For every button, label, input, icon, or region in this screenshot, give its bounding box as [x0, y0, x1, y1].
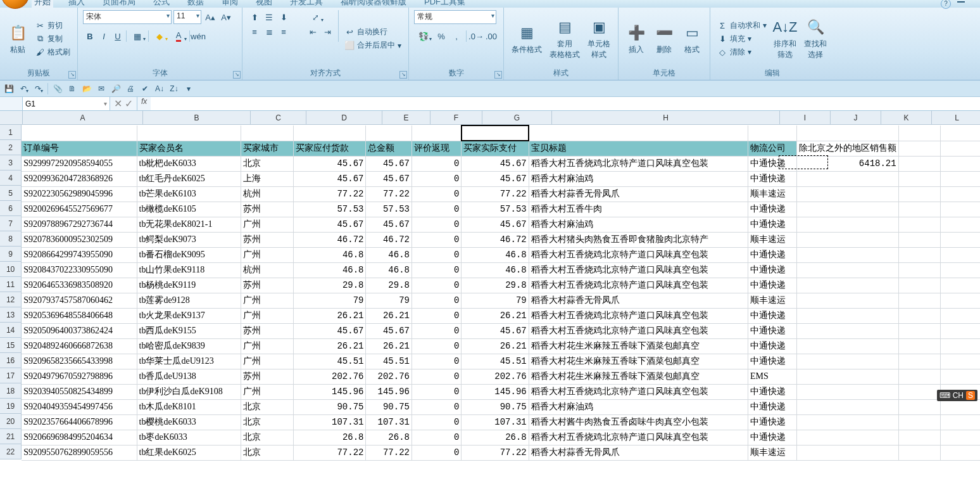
- paste-button[interactable]: 📋 粘贴: [5, 10, 30, 67]
- cell[interactable]: 46.8: [366, 262, 411, 278]
- cell[interactable]: 买家实际支付: [462, 141, 529, 156]
- cell[interactable]: S9207937457587060462: [22, 293, 137, 308]
- cell[interactable]: 46.8: [366, 247, 411, 262]
- cell[interactable]: [898, 384, 940, 399]
- cell[interactable]: 中通快递: [748, 308, 796, 323]
- cell[interactable]: [898, 445, 940, 460]
- accounting-format-icon[interactable]: 💱: [414, 29, 433, 43]
- cell[interactable]: 202.76: [462, 369, 529, 384]
- cell[interactable]: 北京: [241, 414, 293, 430]
- row-header-13[interactable]: 13: [0, 307, 22, 323]
- cell[interactable]: 45.67: [462, 323, 529, 338]
- col-header-B[interactable]: B: [143, 111, 251, 125]
- cell[interactable]: [22, 125, 137, 141]
- row-header-14[interactable]: 14: [0, 323, 22, 338]
- cell[interactable]: [796, 247, 898, 262]
- cell[interactable]: 稻香大村蒜香无骨凤爪: [529, 186, 748, 202]
- autosum-button[interactable]: Σ自动求和 ▾: [715, 20, 769, 32]
- cell[interactable]: 广州: [241, 293, 293, 308]
- cell[interactable]: tb枣deK6033: [137, 430, 241, 445]
- cell[interactable]: [898, 338, 940, 354]
- cell[interactable]: [898, 171, 940, 186]
- cell[interactable]: tb莲雾de9128: [137, 293, 241, 308]
- cell[interactable]: 中通快递: [748, 262, 796, 278]
- cell[interactable]: [241, 125, 293, 141]
- cell[interactable]: 宝贝标题: [529, 141, 748, 156]
- cell[interactable]: 顺丰速运: [748, 232, 796, 247]
- cell[interactable]: 45.67: [366, 156, 411, 171]
- row-header-9[interactable]: 9: [0, 247, 22, 262]
- row-header-17[interactable]: 17: [0, 368, 22, 383]
- cell[interactable]: 广州: [241, 338, 293, 354]
- tab-2[interactable]: 页面布局: [100, 0, 138, 8]
- col-header-G[interactable]: G: [482, 111, 552, 125]
- ime-indicator[interactable]: ⌨ CH S: [937, 390, 977, 401]
- cell[interactable]: 广州: [241, 247, 293, 262]
- row-header-12[interactable]: 12: [0, 292, 22, 307]
- spelling-icon[interactable]: ✔: [139, 82, 151, 95]
- cell[interactable]: tb红果deK6025: [137, 445, 241, 460]
- cell[interactable]: [940, 369, 980, 384]
- cell[interactable]: 0: [411, 202, 461, 217]
- cell[interactable]: [898, 202, 940, 217]
- cell[interactable]: 苏州: [241, 278, 293, 293]
- font-dialog-launcher[interactable]: ↘: [233, 71, 241, 79]
- cell[interactable]: [796, 232, 898, 247]
- row-header-5[interactable]: 5: [0, 186, 22, 201]
- cell[interactable]: 79: [366, 293, 411, 308]
- tab-4[interactable]: 数据: [185, 0, 206, 8]
- cell[interactable]: 29.8: [366, 278, 411, 293]
- cell[interactable]: 45.67: [294, 217, 366, 232]
- col-header-F[interactable]: F: [430, 111, 482, 125]
- cell[interactable]: 杭州: [241, 262, 293, 278]
- cell[interactable]: tb华莱士瓜deU9123: [137, 354, 241, 369]
- cell[interactable]: 0: [411, 186, 461, 202]
- cell[interactable]: tb樱桃deK6033: [137, 414, 241, 430]
- align-bottom-icon[interactable]: ⬇: [277, 10, 291, 24]
- cell[interactable]: [940, 186, 980, 202]
- wrap-text-button[interactable]: ↩自动换行: [342, 26, 403, 38]
- cell[interactable]: [796, 308, 898, 323]
- cell[interactable]: 79: [294, 293, 366, 308]
- cell[interactable]: 评价返现: [411, 141, 461, 156]
- help-icon[interactable]: ?: [941, 0, 951, 9]
- cell[interactable]: [898, 354, 940, 369]
- cell[interactable]: 稻香大村花生米麻辣五香味下酒菜包邮真空: [529, 354, 748, 369]
- grow-font-icon[interactable]: A▴: [203, 10, 217, 24]
- cell[interactable]: 26.21: [366, 308, 411, 323]
- cell[interactable]: 77.22: [462, 445, 529, 460]
- row-header-21[interactable]: 21: [0, 429, 22, 444]
- cell[interactable]: 稻香大村五香烧鸡北京特产道口风味真空包装: [529, 430, 748, 445]
- row-header-8[interactable]: 8: [0, 231, 22, 247]
- tab-7[interactable]: 开发工具: [287, 0, 325, 8]
- cell[interactable]: 0: [411, 232, 461, 247]
- cell[interactable]: S9205369648558406648: [22, 308, 137, 323]
- cell[interactable]: 26.8: [462, 430, 529, 445]
- cell[interactable]: 26.8: [366, 430, 411, 445]
- enter-formula-icon[interactable]: ✓: [125, 98, 133, 110]
- italic-icon[interactable]: I: [97, 29, 111, 43]
- font-color-icon[interactable]: A: [169, 29, 188, 43]
- cell[interactable]: [940, 399, 980, 414]
- cell[interactable]: [940, 338, 980, 354]
- conditional-format-button[interactable]: ▦条件格式: [509, 10, 544, 67]
- row-header-18[interactable]: 18: [0, 383, 22, 399]
- cell[interactable]: [294, 125, 366, 141]
- cell[interactable]: 稻香大村五香牛肉: [529, 202, 748, 217]
- cell[interactable]: 29.8: [294, 278, 366, 293]
- phonetic-icon[interactable]: wén: [191, 29, 205, 43]
- number-dialog-launcher[interactable]: ↘: [494, 71, 502, 79]
- redo-icon[interactable]: ↷: [32, 82, 44, 95]
- cell[interactable]: 除北京之外的地区销售额: [796, 141, 898, 156]
- new-icon[interactable]: 🗎: [66, 82, 79, 95]
- increase-decimal-icon[interactable]: .0→: [469, 29, 483, 43]
- cell[interactable]: 26.21: [462, 338, 529, 354]
- cell[interactable]: 107.31: [462, 414, 529, 430]
- font-size-combo[interactable]: 11: [173, 10, 201, 24]
- cell[interactable]: [796, 369, 898, 384]
- cell[interactable]: 45.67: [366, 217, 411, 232]
- cell[interactable]: tb杨桃deK9119: [137, 278, 241, 293]
- cell[interactable]: 46.72: [462, 232, 529, 247]
- cell[interactable]: 45.67: [294, 171, 366, 186]
- cell[interactable]: 买家应付货款: [294, 141, 366, 156]
